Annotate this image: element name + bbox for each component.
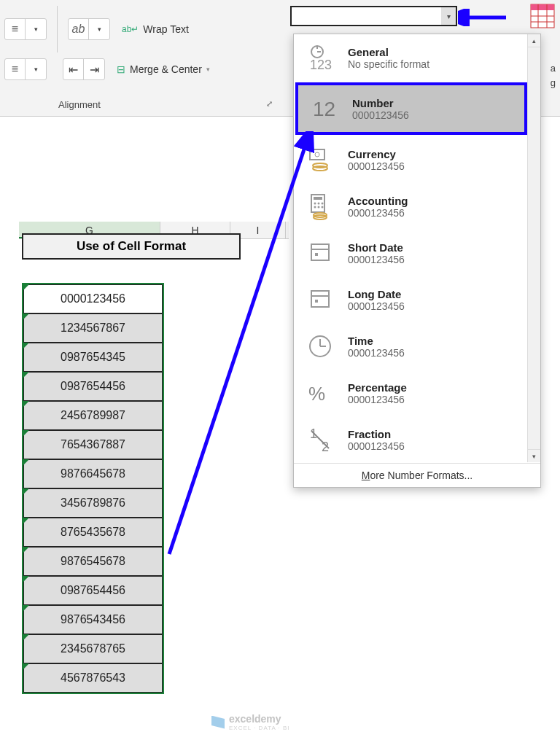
data-cell[interactable]: 8765435678 bbox=[23, 518, 163, 547]
format-option-fraction[interactable]: 12Fraction0000123456 bbox=[294, 416, 540, 463]
align-v-dropdown[interactable]: ▾ bbox=[26, 59, 46, 79]
format-option-text: Long Date0000123456 bbox=[348, 288, 405, 312]
currency-icon bbox=[304, 144, 336, 176]
data-cell[interactable]: 7654367887 bbox=[23, 430, 163, 459]
svg-point-22 bbox=[322, 206, 324, 209]
format-option-shortdate[interactable]: Short Date0000123456 bbox=[294, 230, 540, 276]
data-cell[interactable]: 0987654345 bbox=[23, 343, 163, 372]
svg-point-20 bbox=[314, 206, 316, 209]
orientation-button[interactable]: ab bbox=[69, 19, 89, 39]
orientation-group: ab ▾ bbox=[68, 18, 110, 40]
svg-text:%: % bbox=[308, 383, 325, 405]
format-option-general[interactable]: 123GeneralNo specific format bbox=[294, 34, 540, 81]
align-h-group: ≡ ▾ bbox=[4, 18, 47, 40]
svg-rect-25 bbox=[311, 244, 329, 260]
number-format-value bbox=[292, 7, 441, 25]
format-option-accounting[interactable]: Accounting 0000123456 bbox=[294, 183, 540, 230]
merge-dropdown-icon: ▾ bbox=[206, 66, 210, 73]
fraction-icon: 12 bbox=[304, 424, 336, 456]
dropdown-scrollbar[interactable]: ▴ ▾ bbox=[527, 34, 540, 462]
data-cell[interactable]: 9876645678 bbox=[23, 459, 163, 488]
data-cell[interactable]: 0000123456 bbox=[23, 284, 163, 313]
format-option-text: Percentage0000123456 bbox=[348, 381, 407, 405]
format-option-text: Short Date0000123456 bbox=[348, 241, 405, 265]
svg-point-18 bbox=[318, 203, 320, 205]
data-cell[interactable]: 2456789987 bbox=[23, 401, 163, 430]
increase-indent-button[interactable]: ⇥ bbox=[84, 59, 104, 79]
error-indicator-icon bbox=[23, 343, 29, 348]
format-option-title: General bbox=[348, 46, 429, 58]
watermark-icon bbox=[211, 716, 225, 729]
scroll-up-button[interactable]: ▴ bbox=[528, 34, 540, 47]
format-option-text: GeneralNo specific format bbox=[348, 46, 429, 70]
number-format-dropdown-button[interactable]: ▾ bbox=[441, 7, 456, 25]
divider bbox=[57, 6, 58, 52]
format-option-title: Number bbox=[352, 97, 409, 109]
alignment-dialog-launcher[interactable]: ⤢ bbox=[266, 99, 273, 109]
number-icon: 12 bbox=[308, 93, 341, 125]
orientation-dropdown[interactable]: ▾ bbox=[89, 19, 109, 39]
svg-rect-28 bbox=[311, 291, 329, 307]
svg-rect-1 bbox=[531, 4, 554, 10]
data-selection[interactable]: 0000123456123456786709876543450987654456… bbox=[22, 283, 164, 694]
format-as-table-icon[interactable] bbox=[529, 3, 556, 29]
data-cell[interactable]: 0987654456 bbox=[23, 372, 163, 401]
format-option-currency[interactable]: Currency0000123456 bbox=[294, 136, 540, 183]
error-indicator-icon bbox=[23, 372, 29, 378]
format-option-preview: 0000123456 bbox=[348, 207, 408, 219]
watermark-name: exceldemy bbox=[229, 713, 290, 725]
format-option-preview: No specific format bbox=[348, 58, 429, 70]
data-cell[interactable]: 2345678765 bbox=[23, 634, 163, 663]
scroll-down-button[interactable]: ▾ bbox=[528, 449, 540, 462]
alignment-section-label: Alignment bbox=[58, 99, 101, 110]
svg-text:2: 2 bbox=[322, 440, 329, 454]
align-top-button[interactable]: ≡ bbox=[5, 59, 26, 79]
merge-center-label: Merge & Center bbox=[130, 63, 202, 75]
watermark-sub: EXCEL · DATA · BI bbox=[229, 725, 290, 731]
format-option-text: Time0000123456 bbox=[348, 335, 405, 359]
merge-center-button[interactable]: ⊟ Merge & Center ▾ bbox=[109, 59, 217, 79]
svg-rect-16 bbox=[314, 197, 322, 200]
data-cell[interactable]: 9876545678 bbox=[23, 547, 163, 576]
general-icon: 123 bbox=[304, 42, 336, 74]
svg-rect-30 bbox=[315, 300, 318, 303]
data-cell[interactable]: 3456789876 bbox=[23, 488, 163, 518]
shortdate-icon bbox=[304, 237, 336, 269]
format-option-text: Accounting 0000123456 bbox=[348, 195, 408, 219]
error-indicator-icon bbox=[23, 459, 29, 465]
data-cell[interactable]: 1234567867 bbox=[23, 313, 163, 343]
merge-icon: ⊟ bbox=[117, 63, 125, 75]
format-option-longdate[interactable]: Long Date0000123456 bbox=[294, 276, 540, 323]
align-left-button[interactable]: ≡ bbox=[5, 19, 26, 39]
format-option-title: Long Date bbox=[348, 288, 405, 300]
svg-point-17 bbox=[314, 203, 316, 205]
format-option-title: Currency bbox=[348, 148, 405, 160]
number-format-dropdown: 123GeneralNo specific format12Number0000… bbox=[293, 34, 541, 488]
svg-point-12 bbox=[315, 152, 319, 157]
truncated-char-2: g bbox=[551, 77, 556, 88]
align-dropdown[interactable]: ▾ bbox=[26, 19, 46, 39]
format-option-text: Number0000123456 bbox=[352, 97, 409, 121]
data-cell[interactable]: 0987654456 bbox=[23, 576, 163, 605]
accounting-icon bbox=[304, 190, 336, 222]
data-cell[interactable]: 4567876543 bbox=[23, 663, 163, 693]
format-option-preview: 0000123456 bbox=[348, 160, 405, 172]
title-box: Use of Cell Format bbox=[22, 233, 241, 260]
format-option-text: Fraction0000123456 bbox=[348, 428, 405, 452]
wrap-text-button[interactable]: ab↵ Wrap Text bbox=[114, 19, 196, 39]
svg-line-39 bbox=[169, 143, 306, 554]
format-option-time[interactable]: Time0000123456 bbox=[294, 323, 540, 370]
format-option-preview: 0000123456 bbox=[352, 109, 409, 121]
format-option-percentage[interactable]: %Percentage0000123456 bbox=[294, 370, 540, 416]
error-indicator-icon bbox=[23, 430, 29, 436]
more-number-formats[interactable]: More Number Formats... bbox=[294, 463, 540, 487]
decrease-indent-button[interactable]: ⇤ bbox=[63, 59, 84, 79]
svg-point-19 bbox=[322, 203, 324, 205]
number-format-combo[interactable]: ▾ bbox=[290, 6, 457, 26]
format-option-title: Time bbox=[348, 335, 405, 347]
data-cell[interactable]: 9876543456 bbox=[23, 605, 163, 634]
format-option-number[interactable]: 12Number0000123456 bbox=[295, 82, 527, 135]
format-option-preview: 0000123456 bbox=[348, 394, 407, 405]
align-v-group: ≡ ▾ bbox=[4, 58, 47, 80]
format-option-preview: 0000123456 bbox=[348, 300, 405, 312]
